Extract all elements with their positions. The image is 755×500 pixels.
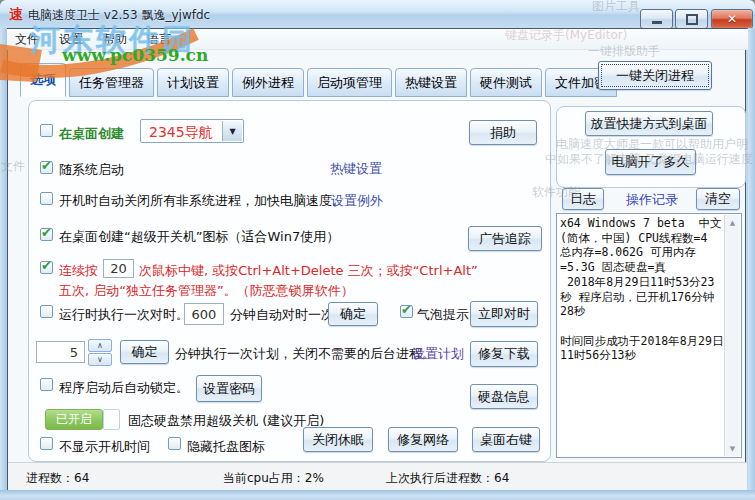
auto-lock-label: 程序启动后自动锁定。 <box>59 379 189 397</box>
autostart-label: 随系统启动 <box>59 161 124 179</box>
close-icon: ✕ <box>727 12 737 26</box>
close-hibernate-button[interactable]: 关闭休眠 <box>303 427 373 452</box>
menu-settings[interactable]: 设置 <box>59 31 83 48</box>
middle-click-suffix: 次鼠标中键, 或按Ctrl+Alt+Delete 三次；或按“Ctrl+Alt” <box>139 262 478 280</box>
tab-hotkey-settings[interactable]: 热键设置 <box>395 68 467 97</box>
log-title: 操作记录 <box>626 191 678 209</box>
ssd-toggle[interactable]: 已开启 <box>45 409 103 430</box>
close-nonsystem-label: 开机时自动关闭所有非系统进程，加快电脑速度。 <box>59 192 345 210</box>
checkbox-bubble-tips[interactable]: ✔ <box>400 305 413 318</box>
status-after-last: 上次执行后进程数：64 <box>386 470 509 487</box>
sync-now-button[interactable]: 立即对时 <box>470 301 538 327</box>
restore-icon <box>686 14 698 25</box>
tab-startup-management[interactable]: 启动项管理 <box>307 68 392 97</box>
ssd-label: 固态硬盘禁用超级关机 (建议开启) <box>128 412 324 430</box>
spinner-up-icon[interactable]: ∧ <box>88 339 112 352</box>
plan-minutes-input[interactable]: 5 <box>36 341 85 363</box>
set-plan-link[interactable]: 设置计划 <box>412 345 464 363</box>
bubble-tips-label: 气泡提示 <box>417 306 469 324</box>
tab-options[interactable]: 选项 <box>20 63 66 97</box>
fix-network-button[interactable]: 修复网络 <box>388 427 458 452</box>
checkbox-auto-lock[interactable] <box>40 378 53 391</box>
middle-click-line2: 五次, 启动“独立任务管理器”。（防恶意锁屏软件） <box>59 282 354 300</box>
clear-log-button[interactable]: 清空 <box>696 188 740 210</box>
menu-language[interactable]: 语言 <box>147 31 171 48</box>
log-button[interactable]: 日志 <box>562 188 604 210</box>
fix-download-button[interactable]: 修复下载 <box>470 341 538 367</box>
status-cpu-usage: 当前cpu占用：2% <box>223 470 324 487</box>
check-icon: ✔ <box>41 225 52 240</box>
tab-task-manager[interactable]: 任务管理器 <box>69 68 154 97</box>
checkbox-super-switch[interactable]: ✔ <box>40 228 53 241</box>
menu-bar: 文件 设置 帮助 语言 <box>7 29 748 50</box>
checkbox-time-sync[interactable] <box>40 305 53 318</box>
disk-info-button[interactable]: 硬盘信息 <box>470 384 538 409</box>
plan-ok-button[interactable]: 确定 <box>120 340 169 364</box>
set-password-button[interactable]: 设置密码 <box>196 375 262 402</box>
navigation-dropdown-value: 2345导航 <box>149 124 213 142</box>
no-boot-time-label: 不显示开机时间 <box>59 438 150 456</box>
scroll-down-icon[interactable]: ▼ <box>725 441 740 456</box>
restore-button[interactable] <box>675 9 708 29</box>
checkbox-desktop-create[interactable] <box>40 124 53 137</box>
check-icon: ✔ <box>41 258 52 273</box>
tab-exception-processes[interactable]: 例外进程 <box>232 68 304 97</box>
checkbox-middle-click[interactable]: ✔ <box>40 261 53 274</box>
scroll-up-icon[interactable]: ▲ <box>725 215 740 230</box>
tab-plan-settings[interactable]: 计划设置 <box>157 68 229 97</box>
log-scrollbar[interactable]: ▲ ▼ <box>724 215 740 456</box>
plan-label: 分钟执行一次计划，关闭不需要的后台进程。 <box>175 345 435 363</box>
ad-tracking-button[interactable]: 广告追踪 <box>468 226 542 251</box>
chevron-down-icon[interactable]: ▼ <box>222 121 242 141</box>
desktop-right-click-button[interactable]: 桌面右键 <box>472 427 540 452</box>
spinner-down-icon[interactable]: ∨ <box>88 353 112 366</box>
minimize-icon <box>652 21 662 24</box>
navigation-dropdown[interactable]: 2345导航 ▼ <box>140 119 244 143</box>
kill-processes-button[interactable]: 一键关闭进程 <box>598 61 712 90</box>
window-border-bottom <box>0 490 755 500</box>
middle-click-count-input[interactable]: 20 <box>103 259 134 278</box>
tab-strip: 选项 任务管理器 计划设置 例外进程 启动项管理 热键设置 硬件测试 文件加密 <box>20 63 617 97</box>
time-sync-minutes-input[interactable]: 600 <box>184 303 224 325</box>
check-icon: ✔ <box>401 302 412 317</box>
window-title: 电脑速度卫士 v2.53 飘逸_yjwfdc <box>28 7 210 24</box>
middle-click-prefix: 连续按 <box>59 262 98 280</box>
minimize-button[interactable] <box>640 9 673 29</box>
place-shortcut-button[interactable]: 放置快捷方式到桌面 <box>585 111 713 136</box>
time-sync-label: 运行时执行一次对时。 <box>59 306 189 324</box>
menu-file[interactable]: 文件 <box>15 31 39 48</box>
super-switch-label: 在桌面创建“超级开关机”图标（适合Win7使用） <box>59 228 339 246</box>
close-button[interactable]: ✕ <box>711 9 753 29</box>
menu-help[interactable]: 帮助 <box>103 31 127 48</box>
window-border-left <box>0 28 7 491</box>
status-process-count: 进程数：64 <box>26 470 89 487</box>
uptime-button[interactable]: 电脑开了多久 <box>605 149 696 175</box>
app-window: 速 电脑速度卫士 v2.53 飘逸_yjwfdc ✕ 文件 设置 帮助 语言 选… <box>0 0 755 500</box>
checkbox-close-nonsystem[interactable] <box>40 192 53 205</box>
hide-tray-label: 隐藏托盘图标 <box>187 438 265 456</box>
checkbox-no-boot-time[interactable] <box>40 437 53 450</box>
ssd-toggle-track[interactable] <box>103 409 120 430</box>
check-icon: ✔ <box>41 158 52 173</box>
log-textarea[interactable]: x64 Windows 7 beta 中文(简体，中国) CPU线程数=4 总内… <box>556 213 742 458</box>
desktop-create-label: 在桌面创建 <box>59 125 124 143</box>
app-icon: 速 <box>9 6 23 24</box>
time-sync-ok-button[interactable]: 确定 <box>328 302 378 326</box>
donate-button[interactable]: 捐助 <box>469 120 537 145</box>
window-border-right <box>748 28 755 491</box>
tab-hardware-test[interactable]: 硬件测试 <box>470 68 542 97</box>
status-bar: 进程数：64 当前cpu占用：2% 上次执行后进程数：64 <box>8 462 747 490</box>
log-text: x64 Windows 7 beta 中文(简体，中国) CPU线程数=4 总内… <box>560 216 724 455</box>
set-exceptions-link[interactable]: 设置例外 <box>331 192 383 210</box>
plan-minutes-spinner: ∧ ∨ <box>88 339 112 366</box>
checkbox-hide-tray[interactable] <box>168 437 181 450</box>
checkbox-autostart[interactable]: ✔ <box>40 161 53 174</box>
hotkey-settings-link[interactable]: 热键设置 <box>330 160 382 178</box>
